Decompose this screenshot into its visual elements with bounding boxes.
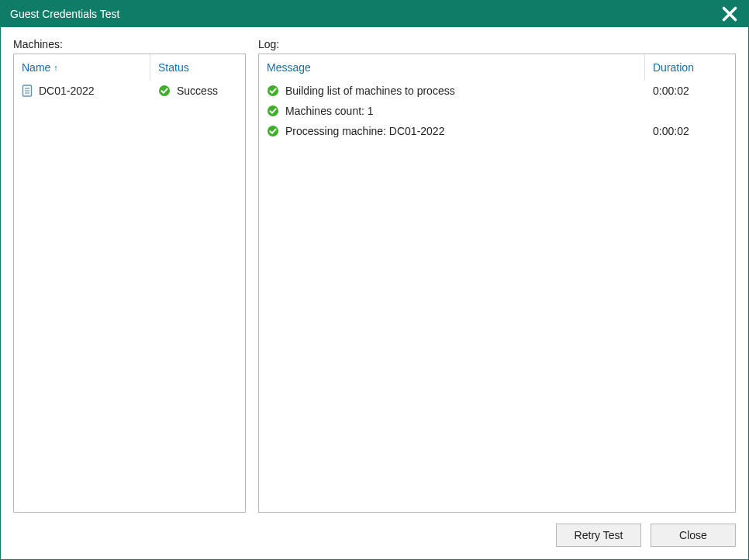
column-label: Message [267, 61, 311, 74]
machine-status: Success [177, 85, 218, 97]
log-duration-cell: 0:00:02 [645, 125, 735, 137]
machines-panel: Name ↑ Status [13, 54, 246, 513]
machines-header-status[interactable]: Status [150, 54, 245, 81]
dialog-window: Guest Credentials Test Machines: Name ↑ … [0, 0, 749, 560]
log-section: Log: Message Duration [258, 38, 736, 513]
table-row[interactable]: Building list of machines to process 0:0… [259, 81, 735, 101]
column-label: Status [158, 61, 189, 74]
content-area: Machines: Name ↑ Status [1, 27, 748, 513]
close-button[interactable]: Close [651, 524, 736, 547]
log-header-message[interactable]: Message [259, 54, 645, 81]
svg-point-5 [268, 85, 278, 96]
svg-point-7 [268, 126, 278, 137]
log-duration: 0:00:02 [653, 85, 689, 97]
retry-test-button[interactable]: Retry Test [556, 524, 641, 547]
svg-point-6 [268, 105, 278, 116]
machines-header-name[interactable]: Name ↑ [14, 54, 150, 81]
titlebar: Guest Credentials Test [1, 1, 748, 27]
table-row[interactable]: DC01-2022 Success [14, 81, 245, 101]
machine-status-cell: Success [150, 85, 245, 97]
success-icon [158, 85, 171, 97]
sort-ascending-icon: ↑ [54, 63, 58, 72]
svg-point-4 [159, 85, 170, 96]
success-icon [267, 85, 279, 97]
button-bar: Retry Test Close [1, 513, 748, 559]
log-header-duration[interactable]: Duration [645, 54, 735, 81]
log-message-cell: Machines count: 1 [259, 105, 645, 117]
machines-label: Machines: [13, 38, 246, 50]
log-message-cell: Building list of machines to process [259, 85, 645, 97]
machine-name: DC01-2022 [39, 85, 95, 97]
success-icon [267, 105, 279, 117]
machines-headers: Name ↑ Status [14, 54, 245, 81]
log-headers: Message Duration [259, 54, 735, 81]
log-rows: Building list of machines to process 0:0… [259, 81, 735, 141]
machines-section: Machines: Name ↑ Status [13, 38, 246, 513]
log-message-cell: Processing machine: DC01-2022 [259, 125, 645, 137]
window-title: Guest Credentials Test [10, 8, 720, 20]
column-label: Name [22, 61, 50, 74]
log-panel: Message Duration Building list of machin… [258, 54, 736, 513]
log-message: Building list of machines to process [285, 85, 455, 97]
log-duration: 0:00:02 [653, 125, 689, 137]
machine-icon [22, 85, 33, 97]
column-label: Duration [653, 61, 694, 74]
machines-rows: DC01-2022 Success [14, 81, 245, 101]
table-row[interactable]: Processing machine: DC01-2022 0:00:02 [259, 121, 735, 141]
table-row[interactable]: Machines count: 1 [259, 101, 735, 121]
log-label: Log: [258, 38, 736, 50]
log-message: Machines count: 1 [285, 105, 374, 117]
success-icon [267, 125, 279, 137]
machine-name-cell: DC01-2022 [14, 85, 150, 97]
log-duration-cell: 0:00:02 [645, 85, 735, 97]
close-icon[interactable] [720, 5, 739, 23]
log-message: Processing machine: DC01-2022 [285, 125, 444, 137]
